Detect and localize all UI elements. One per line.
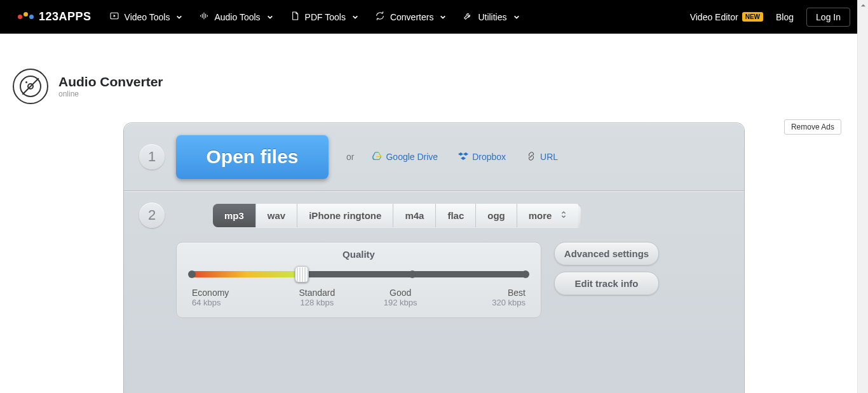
nav-video-editor[interactable]: Video Editor NEW: [690, 12, 763, 22]
remove-ads-button[interactable]: Remove Ads: [784, 119, 841, 135]
top-nav: 123APPS Video Tools Audio Tools PDF Tool…: [0, 0, 868, 34]
step-2-row: 2 mp3waviPhone ringtonem4aflacoggmore: [124, 191, 744, 228]
step-1-row: 1 Open files or Google Drive Dropbox URL: [124, 123, 744, 191]
side-buttons: Advanced settings Edit track info: [554, 242, 659, 295]
chevron-down-icon: [352, 12, 358, 22]
quality-box: Quality Economy64 kbps Standard128 kbps …: [176, 242, 541, 318]
wrench-icon: [463, 11, 473, 23]
step-number: 2: [139, 203, 165, 228]
slider-handle[interactable]: [295, 266, 309, 283]
source-google-drive[interactable]: Google Drive: [372, 151, 438, 163]
tab-mp3[interactable]: mp3: [213, 204, 256, 227]
quality-label: Good192 kbps: [359, 288, 442, 307]
quality-title: Quality: [192, 249, 526, 260]
logo[interactable]: 123APPS: [18, 10, 92, 23]
nav-left: 123APPS Video Tools Audio Tools PDF Tool…: [18, 10, 520, 23]
nav-video-tools[interactable]: Video Tools: [109, 11, 183, 23]
chevron-down-icon: [267, 12, 273, 22]
link-label: Dropbox: [472, 152, 506, 162]
tab-flac[interactable]: flac: [436, 204, 476, 227]
nav-label: Converters: [390, 12, 433, 22]
edit-track-info-button[interactable]: Edit track info: [554, 272, 659, 295]
nav-converters[interactable]: Converters: [375, 11, 446, 23]
logo-text: 123APPS: [39, 10, 92, 23]
tab-wav[interactable]: wav: [256, 204, 297, 227]
new-badge: NEW: [742, 12, 763, 22]
page-title: Audio Converter: [58, 74, 163, 90]
play-rect-icon: [109, 11, 119, 23]
updown-icon: [560, 210, 567, 221]
quality-label: Standard128 kbps: [275, 288, 358, 307]
page-subtitle: online: [58, 90, 163, 98]
scrollbar[interactable]: [857, 0, 868, 393]
tab-more[interactable]: more: [517, 204, 579, 227]
quality-slider[interactable]: [192, 267, 526, 281]
link-icon: [526, 151, 536, 163]
nav-audio-tools[interactable]: Audio Tools: [199, 11, 273, 23]
convert-arrows-icon: [375, 11, 385, 23]
step-2-body: Quality Economy64 kbps Standard128 kbps …: [124, 242, 744, 393]
nav-label: Video Tools: [125, 12, 170, 22]
source-url[interactable]: URL: [526, 151, 558, 163]
nav-right: Video Editor NEW Blog Log In: [690, 8, 850, 27]
link-label: Blog: [776, 12, 794, 22]
scroll-up-button[interactable]: [858, 0, 868, 11]
remove-ads-wrap: Remove Ads: [784, 119, 841, 135]
main-panel: 1 Open files or Google Drive Dropbox URL…: [124, 123, 744, 393]
lower-row: Quality Economy64 kbps Standard128 kbps …: [176, 242, 729, 318]
nav-label: Audio Tools: [214, 12, 260, 22]
quality-labels: Economy64 kbps Standard128 kbps Good192 …: [192, 288, 526, 307]
main-panel-wrap: 1 Open files or Google Drive Dropbox URL…: [124, 123, 744, 393]
dropbox-icon: [458, 151, 468, 163]
nav-blog[interactable]: Blog: [776, 12, 794, 22]
quality-label: Best320 kbps: [442, 288, 526, 307]
source-dropbox[interactable]: Dropbox: [458, 151, 506, 163]
nav-label: Utilities: [478, 12, 506, 22]
open-files-button[interactable]: Open files: [176, 135, 329, 179]
tab-m4a[interactable]: m4a: [393, 204, 436, 227]
tab-iPhone-ringtone[interactable]: iPhone ringtone: [297, 204, 393, 227]
login-button[interactable]: Log In: [806, 8, 850, 27]
logo-dots-icon: [18, 15, 34, 19]
chevron-down-icon: [513, 12, 520, 22]
app-title-block: Audio Converter online: [58, 74, 163, 98]
page-header: Audio Converter online: [0, 34, 868, 123]
gdrive-icon: [372, 151, 382, 163]
slider-fill: [192, 271, 302, 277]
document-icon: [290, 11, 300, 23]
nav-utilities[interactable]: Utilities: [463, 11, 519, 23]
slider-stop[interactable]: [409, 270, 416, 278]
nav-items: Video Tools Audio Tools PDF Tools Conver…: [109, 11, 520, 23]
disc-icon: [13, 69, 48, 104]
format-tabs: mp3waviPhone ringtonem4aflacoggmore: [213, 204, 581, 227]
quality-label: Economy64 kbps: [192, 288, 275, 307]
slider-track: [192, 271, 526, 277]
tab-ogg[interactable]: ogg: [476, 204, 517, 227]
step-number: 1: [139, 144, 165, 170]
nav-label: PDF Tools: [305, 12, 346, 22]
link-label: Video Editor: [690, 12, 738, 22]
sound-wave-icon: [199, 11, 209, 23]
advanced-settings-button[interactable]: Advanced settings: [554, 242, 659, 265]
chevron-down-icon: [440, 12, 446, 22]
slider-stop[interactable]: [188, 270, 196, 278]
link-label: URL: [540, 152, 558, 162]
chevron-down-icon: [176, 12, 182, 22]
nav-pdf-tools[interactable]: PDF Tools: [290, 11, 358, 23]
link-label: Google Drive: [386, 152, 438, 162]
slider-stop[interactable]: [522, 270, 529, 278]
or-text: or: [346, 152, 354, 162]
